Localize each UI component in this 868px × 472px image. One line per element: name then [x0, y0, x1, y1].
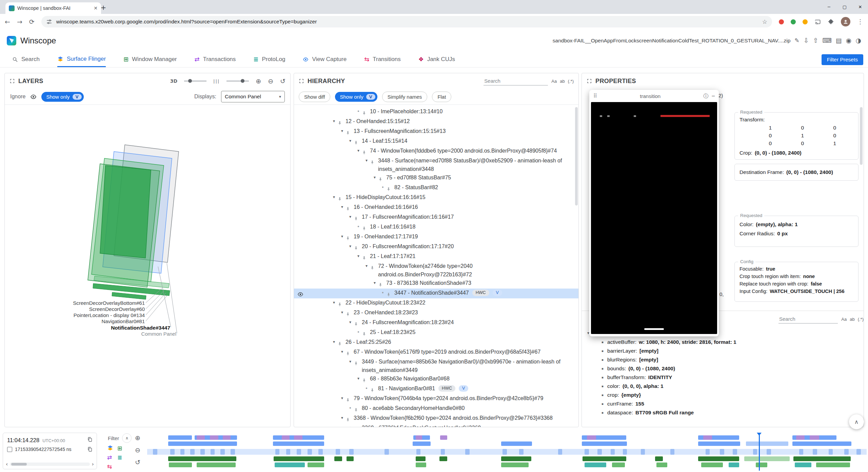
layer-label-display[interactable]: Common Panel — [141, 331, 176, 337]
address-bar[interactable]: winscope.teams.x20web.corp.google.com/pr… — [41, 16, 772, 27]
tab-close-icon[interactable]: ✕ — [94, 6, 98, 11]
regex-icon[interactable]: (.*) — [568, 79, 574, 84]
collapse-arrow-icon[interactable]: ▾ — [331, 193, 337, 201]
hierarchy-tree-node[interactable]: ▾19 - OneHanded:17:17#19 — [294, 232, 578, 242]
expand-panel-icon[interactable] — [587, 78, 592, 84]
hierarchy-tree-node[interactable]: ▾15 - HideDisplayCutout:16:16#15 — [294, 193, 578, 203]
tab-protolog[interactable]: ≣ ProtoLog — [253, 52, 285, 67]
browser-avatar[interactable] — [841, 17, 850, 26]
pin-node-icon[interactable] — [370, 384, 378, 394]
hierarchy-tree-node[interactable]: ▾17 - FullscreenMagnification:16:16#17 — [294, 213, 578, 222]
collapse-arrow-icon[interactable]: ▾ — [347, 242, 354, 251]
collapse-arrow-icon[interactable]: ▾ — [339, 394, 346, 402]
forward-icon[interactable]: → — [17, 19, 22, 25]
window-close-icon[interactable]: ✕ — [852, 0, 868, 14]
tab-transactions[interactable]: ⇄ Transactions — [195, 52, 236, 67]
ignore-label[interactable]: Ignore — [10, 94, 25, 100]
hierarchy-tree-node[interactable]: ▾75 - ed70f88 StatusBar#75 — [294, 173, 578, 183]
pin-node-icon[interactable] — [346, 414, 354, 424]
pin-node-icon[interactable] — [354, 318, 362, 328]
collapse-arrow-icon[interactable]: ▾ — [331, 117, 337, 125]
hierarchy-tree-node[interactable]: ▾16 - OneHanded:16:16#16 — [294, 203, 578, 213]
pin-node-icon[interactable] — [386, 183, 394, 193]
pin-node-icon[interactable] — [362, 107, 370, 117]
hierarchy-tree-node[interactable]: ▾79 - WindowToken{7046b4a type=2024 andr… — [294, 394, 578, 404]
match-case-icon[interactable]: Aa — [841, 317, 847, 322]
hierarchy-tree-node[interactable]: •3447 - NotificationShade#3447HWCV — [294, 289, 578, 298]
hierarchy-tree-node[interactable]: ▾3449 - Surface(name=885b63e NavigationB… — [294, 357, 578, 374]
hierarchy-tree-node[interactable]: ▾21 - Leaf:17:17#21 — [294, 252, 578, 262]
pin-node-icon[interactable] — [346, 348, 354, 357]
expand-panel-icon[interactable] — [9, 78, 15, 84]
pin-node-icon[interactable] — [370, 156, 378, 166]
transition-overlay-window[interactable]: ⠿ transition ⓘ ─ — [589, 90, 719, 336]
pin-node-icon[interactable] — [354, 137, 362, 146]
pin-node-icon[interactable] — [362, 252, 370, 262]
properties-scrollbar[interactable] — [860, 107, 863, 165]
timeline-scrollbar[interactable] — [10, 463, 90, 466]
shortcuts-icon[interactable]: ⌨ — [822, 37, 831, 44]
hierarchy-tree-node[interactable]: •10 - ImePlaceholder:13:14#10 — [294, 107, 578, 117]
zoom-out-icon[interactable]: ⊖ — [268, 78, 273, 84]
url-text[interactable]: winscope.teams.x20web.corp.google.com/pr… — [56, 19, 758, 25]
extensions-puzzle-icon[interactable] — [828, 19, 834, 25]
back-icon[interactable]: ← — [5, 19, 10, 25]
match-case-icon[interactable]: Aa — [551, 79, 557, 84]
timestamp-format-icon[interactable] — [7, 447, 12, 452]
collapse-arrow-icon[interactable]: ▾ — [339, 203, 346, 211]
drag-handle-icon[interactable]: ⠿ — [593, 94, 597, 99]
pin-node-icon[interactable] — [337, 338, 346, 348]
pin-node-icon[interactable] — [362, 146, 370, 156]
hierarchy-tree-node[interactable]: ▾20 - FullscreenMagnification:17:17#20 — [294, 242, 578, 252]
collapse-arrow-icon[interactable]: ▾ — [347, 357, 354, 366]
transactions-trace-icon[interactable]: ⇄ — [107, 454, 115, 461]
cast-icon[interactable] — [814, 19, 821, 25]
transitions-trace-icon[interactable]: ⇆ — [107, 463, 115, 470]
show-only-chip[interactable]: Show only V — [41, 92, 83, 102]
hierarchy-tree-node[interactable]: •80 - ace6abb SecondaryHomeHandle0#80 — [294, 404, 578, 414]
window-manager-trace-icon[interactable]: ⊞ — [117, 445, 125, 452]
collapse-arrow-icon[interactable]: ▾ — [371, 279, 378, 287]
copy-icon[interactable] — [87, 437, 93, 442]
pin-node-icon[interactable] — [354, 404, 362, 414]
layer-label[interactable]: ScreenDecorOverlayBottom#61 — [73, 300, 145, 306]
zoom-in-icon[interactable]: ⊕ — [256, 78, 261, 84]
show-in-3d-eye-icon[interactable] — [297, 290, 303, 298]
extension-icon-3[interactable] — [803, 19, 808, 24]
collapse-arrow-icon[interactable]: ▾ — [363, 156, 370, 165]
collapse-arrow-icon[interactable]: ▾ — [339, 127, 346, 135]
hierarchy-tree-node[interactable]: •81 - NavigationBar0#81HWCV — [294, 384, 578, 394]
spacing-slider[interactable] — [226, 81, 249, 81]
pin-node-icon[interactable] — [346, 308, 354, 318]
extension-icon-1[interactable] — [779, 19, 784, 24]
pin-node-icon[interactable] — [362, 374, 370, 384]
copy-icon[interactable] — [87, 447, 93, 452]
hierarchy-tree-node[interactable]: ▾68 - 885b63e NavigationBar0#68 — [294, 374, 578, 384]
scroll-to-top-button[interactable]: ∧ — [849, 414, 864, 429]
site-settings-icon[interactable] — [46, 19, 52, 25]
regex-icon[interactable]: (.*) — [858, 317, 864, 322]
collapse-arrow-icon[interactable]: ▾ — [363, 262, 370, 270]
pin-node-icon[interactable] — [386, 289, 394, 298]
flat-button[interactable]: Flat — [432, 92, 451, 102]
hierarchy-tree-node[interactable]: ▾26 - Leaf:25:25#26 — [294, 338, 578, 348]
pin-node-icon[interactable] — [337, 298, 346, 308]
layer-label[interactable]: NavigationBar0#81 — [101, 318, 145, 324]
match-word-icon[interactable]: ab — [850, 317, 854, 322]
pin-node-icon[interactable] — [337, 117, 346, 127]
show-diff-button[interactable]: Show diff — [299, 92, 330, 102]
tab-transitions[interactable]: ⇆ Transitions — [364, 52, 401, 67]
reload-icon[interactable]: ⟳ — [29, 19, 35, 25]
collapse-filter-icon[interactable]: ∧ — [122, 433, 132, 443]
collapse-arrow-icon[interactable]: ▾ — [331, 338, 337, 346]
layers-3d-canvas[interactable]: ScreenDecorOverlayBottom#61 ScreenDecorO… — [5, 104, 290, 427]
info-icon[interactable]: ⓘ — [704, 94, 709, 99]
new-tab-button[interactable]: + — [99, 3, 108, 12]
pin-node-icon[interactable] — [346, 394, 354, 404]
hierarchy-tree-node[interactable]: •82 - StatusBar#82 — [294, 183, 578, 193]
reset-view-icon[interactable]: ↺ — [280, 78, 285, 84]
timeline-zoom-out-icon[interactable]: ⊖ — [135, 447, 140, 453]
pin-node-icon[interactable] — [354, 357, 362, 367]
hierarchy-tree-node[interactable]: ▾24 - FullscreenMagnification:18:23#24 — [294, 318, 578, 328]
pin-node-icon[interactable] — [346, 232, 354, 242]
